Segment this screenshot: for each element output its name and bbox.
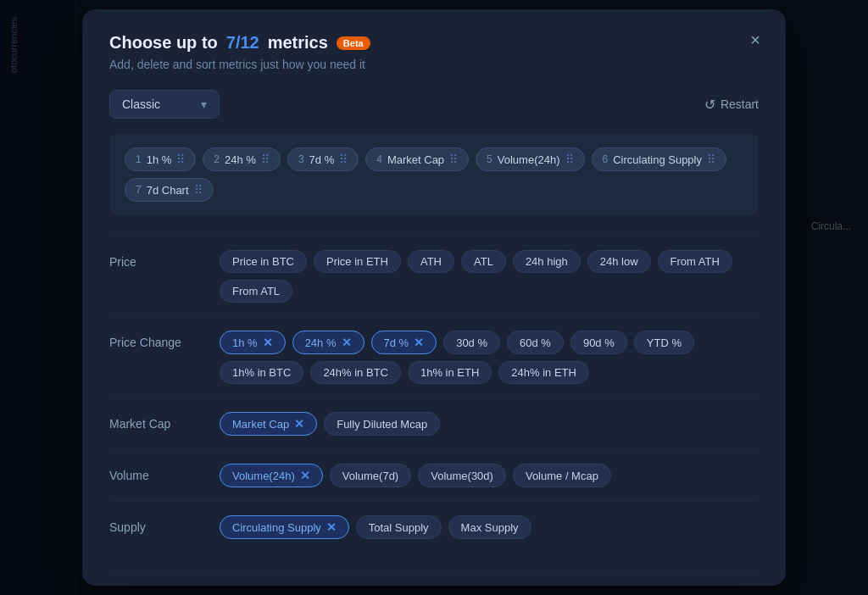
remove-icon[interactable]: ✕ — [300, 469, 310, 482]
chip-label: Volume(7d) — [342, 470, 398, 482]
option-chip-1h-pct[interactable]: 1h %✕ — [220, 331, 286, 354]
section-label: Volume — [109, 464, 203, 482]
chip-number: 3 — [298, 153, 304, 165]
section-market-cap: Market CapMarket Cap✕Fully Diluted Mcap — [109, 398, 759, 449]
chip-label: Volume(24h) — [498, 153, 560, 166]
chip-label: Volume(30d) — [431, 470, 493, 482]
chevron-down-icon: ▾ — [201, 97, 207, 111]
option-chip-24h-pct[interactable]: 24h %✕ — [292, 331, 364, 354]
section-price-change: Price Change1h %✕24h %✕7d %✕30d %60d %90… — [109, 316, 759, 398]
beta-badge: Beta — [337, 36, 370, 50]
remove-icon[interactable]: ✕ — [414, 336, 424, 349]
chip-label: 1h % — [147, 153, 172, 166]
chip-label: ATL — [474, 255, 493, 268]
option-chip-vol-30d[interactable]: Volume(30d) — [418, 464, 506, 487]
metrics-modal: × Choose up to 7/12 metrics Beta Add, de… — [82, 9, 786, 586]
chip-label: Total Supply — [369, 521, 429, 534]
option-chip-ytd-pct[interactable]: YTD % — [634, 331, 694, 354]
chip-label: 24h % — [305, 336, 337, 349]
option-chip-vol-mcap[interactable]: Volume / Mcap — [513, 464, 611, 487]
section-label: Price — [109, 250, 203, 269]
chip-label: 7d % — [309, 153, 335, 166]
remove-icon[interactable]: ✕ — [342, 336, 352, 349]
section-chips: Volume(24h)✕Volume(7d)Volume(30d)Volume … — [220, 464, 759, 487]
metrics-sections: PricePrice in BTCPrice in ETHATHATL24h h… — [109, 236, 759, 553]
active-metric-chip[interactable]: 4Market Cap⠿ — [365, 147, 469, 171]
section-label: Price Change — [109, 331, 203, 349]
drag-handle-icon: ⠿ — [339, 153, 348, 166]
option-chip-1h-eth[interactable]: 1h% in ETH — [408, 361, 492, 384]
modal-title-row: Choose up to 7/12 metrics Beta — [109, 33, 759, 53]
option-chip-ath[interactable]: ATH — [408, 250, 454, 273]
modal-subtitle: Add, delete and sort metrics just how yo… — [109, 58, 759, 71]
option-chip-market-cap-opt[interactable]: Market Cap✕ — [220, 412, 317, 436]
option-chip-circ-supply[interactable]: Circulating Supply✕ — [220, 515, 349, 539]
remove-icon[interactable]: ✕ — [263, 336, 273, 349]
chip-label: Market Cap — [387, 153, 444, 166]
option-chip-30d-pct[interactable]: 30d % — [443, 331, 500, 354]
section-supply: SupplyCirculating Supply✕Total SupplyMax… — [109, 501, 759, 553]
chip-label: Volume(24h) — [232, 470, 295, 482]
option-chip-total-supply[interactable]: Total Supply — [356, 515, 442, 539]
option-chip-from-ath[interactable]: From ATH — [658, 250, 732, 273]
drag-handle-icon: ⠿ — [261, 153, 270, 166]
chip-label: YTD % — [647, 336, 682, 349]
option-chip-from-atl[interactable]: From ATL — [220, 280, 292, 303]
active-metric-chip[interactable]: 5Volume(24h)⠿ — [476, 147, 584, 171]
chip-label: 7d Chart — [147, 184, 189, 197]
option-chip-price-btc[interactable]: Price in BTC — [220, 250, 307, 273]
chip-label: Market Cap — [232, 418, 289, 431]
chip-number: 1 — [136, 153, 142, 165]
chip-number: 7 — [136, 184, 142, 196]
chip-label: Max Supply — [461, 521, 519, 534]
drag-handle-icon: ⠿ — [176, 153, 185, 166]
chip-label: 1h% in BTC — [232, 366, 291, 379]
option-chip-max-supply[interactable]: Max Supply — [448, 515, 531, 539]
preset-row: Classic ▾ ↺ Restart — [109, 90, 759, 119]
option-chip-90d-pct[interactable]: 90d % — [570, 331, 627, 354]
remove-icon[interactable]: ✕ — [294, 417, 304, 431]
chip-label: Circulating Supply — [613, 153, 702, 166]
option-chip-fully-diluted[interactable]: Fully Diluted Mcap — [324, 412, 440, 436]
restart-button[interactable]: ↺ Restart — [704, 97, 759, 113]
option-chip-atl[interactable]: ATL — [461, 250, 506, 273]
option-chip-7d-pct[interactable]: 7d %✕ — [371, 331, 437, 354]
title-prefix: Choose up to — [109, 33, 218, 53]
restart-icon: ↺ — [704, 97, 715, 113]
chip-label: 60d % — [520, 336, 551, 349]
option-chip-24h-eth[interactable]: 24h% in ETH — [498, 361, 589, 384]
chip-number: 6 — [603, 153, 609, 165]
chip-label: 30d % — [456, 336, 487, 349]
preset-select[interactable]: Classic ▾ — [109, 90, 220, 119]
active-metric-chip[interactable]: 11h %⠿ — [125, 147, 196, 171]
option-chip-24h-btc[interactable]: 24h% in BTC — [310, 361, 401, 384]
chip-label: 7d % — [384, 336, 409, 349]
section-chips: 1h %✕24h %✕7d %✕30d %60d %90d %YTD %1h% … — [220, 331, 759, 384]
active-metric-chip[interactable]: 77d Chart⠿ — [125, 178, 214, 202]
drag-handle-icon: ⠿ — [449, 153, 458, 166]
option-chip-60d-pct[interactable]: 60d % — [507, 331, 564, 354]
metric-count: 7/12 — [226, 33, 259, 53]
option-chip-vol-7d[interactable]: Volume(7d) — [330, 464, 411, 487]
chip-label: From ATL — [232, 285, 280, 298]
drag-handle-icon: ⠿ — [707, 153, 715, 166]
option-chip-vol-24h[interactable]: Volume(24h)✕ — [220, 464, 323, 487]
section-label: Market Cap — [109, 412, 203, 431]
remove-icon[interactable]: ✕ — [326, 520, 337, 534]
drag-handle-icon: ⠿ — [565, 153, 574, 166]
preset-label: Classic — [122, 97, 160, 111]
active-metric-chip[interactable]: 6Circulating Supply⠿ — [592, 147, 726, 171]
option-chip-24h-low[interactable]: 24h low — [587, 250, 651, 273]
active-metric-chip[interactable]: 37d %⠿ — [287, 147, 359, 171]
option-chip-24h-high[interactable]: 24h high — [513, 250, 581, 273]
option-chip-price-eth[interactable]: Price in ETH — [314, 250, 401, 273]
close-button[interactable]: × — [742, 26, 769, 53]
chip-label: Price in BTC — [232, 255, 294, 268]
active-metrics-container: 11h %⠿224h %⠿37d %⠿4Market Cap⠿5Volume(2… — [109, 134, 759, 215]
section-chips: Price in BTCPrice in ETHATHATL24h high24… — [220, 250, 759, 303]
chip-label: 24h low — [600, 255, 638, 268]
option-chip-1h-btc[interactable]: 1h% in BTC — [220, 361, 303, 384]
active-metric-chip[interactable]: 224h %⠿ — [203, 147, 281, 171]
chip-label: 24h high — [526, 255, 568, 268]
restart-label: Restart — [721, 97, 759, 111]
